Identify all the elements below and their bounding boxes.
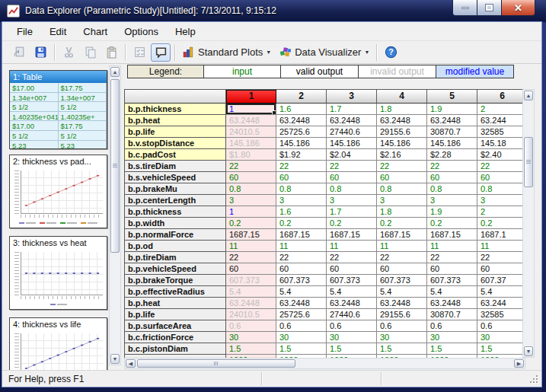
table-scroll-down-icon[interactable]: ▼ <box>524 346 533 356</box>
cell-r22-c5[interactable]: 1.5 <box>427 343 477 355</box>
cell-r2-c4[interactable]: 63.2448 <box>377 115 427 126</box>
cell-r11-c6[interactable]: 0.2 <box>477 218 522 229</box>
cell-r8-c1[interactable]: 0.8 <box>226 183 276 195</box>
maximize-button[interactable] <box>477 0 501 16</box>
cell-r20-c3[interactable]: 0.6 <box>327 320 377 332</box>
cell-r4-c2[interactable]: 145.186 <box>276 138 327 149</box>
cell-r21-c3[interactable]: 30 <box>327 332 377 343</box>
cell-r2-c1[interactable]: 63.2448 <box>226 115 276 126</box>
cell-r13-c3[interactable]: 11 <box>327 241 377 252</box>
cell-r3-c3[interactable]: 27440.6 <box>327 126 377 138</box>
table-vscroll-thumb[interactable] <box>524 137 533 187</box>
cell-r14-c3[interactable]: 22 <box>327 252 377 263</box>
cell-r1-c3[interactable]: 1.7 <box>327 104 377 115</box>
cell-r9-c3[interactable]: 3 <box>327 195 377 206</box>
menu-help[interactable]: Help <box>167 24 204 40</box>
cell-r2-c3[interactable]: 63.2448 <box>327 115 377 126</box>
cell-r10-c1[interactable]: 1 <box>226 206 276 218</box>
cell-r13-c1[interactable]: 11 <box>226 241 276 252</box>
row-label-b.p.vehicleSpeed[interactable]: b.p.vehicleSpeed <box>125 263 226 275</box>
cell-r16-c3[interactable]: 607.373 <box>327 275 377 286</box>
cell-r7-c3[interactable]: 60 <box>327 172 377 183</box>
thumbnail-1[interactable]: 1: Table$17.00$17.751.34e+0071.34e+0075 … <box>9 70 107 149</box>
cell-r16-c6[interactable]: 607.37 <box>477 275 522 286</box>
cell-r8-c2[interactable]: 0.8 <box>276 183 327 195</box>
save-button[interactable] <box>30 43 50 62</box>
cell-r21-c2[interactable]: 30 <box>276 332 327 343</box>
cell-r4-c6[interactable]: 145.18 <box>477 138 522 149</box>
cell-r3-c5[interactable]: 30870.7 <box>427 126 477 138</box>
row-label-b.p.width[interactable]: b.p.width <box>125 218 226 229</box>
cell-r17-c6[interactable]: 5.4 <box>477 286 522 298</box>
column-header-3[interactable]: 3 <box>327 90 377 104</box>
row-label-b.p.od[interactable]: b.p.od <box>125 241 226 252</box>
sidebar-scroll-up-icon[interactable]: ▲ <box>110 67 120 77</box>
cell-r19-c5[interactable]: 30870.7 <box>427 309 477 320</box>
cell-r16-c5[interactable]: 607.373 <box>427 275 477 286</box>
cell-r7-c5[interactable]: 60 <box>427 172 477 183</box>
cell-r20-c6[interactable]: 0.6 <box>477 320 522 332</box>
cell-r6-c6[interactable]: 22 <box>477 161 522 172</box>
cell-r13-c6[interactable]: 11 <box>477 241 522 252</box>
cell-r4-c3[interactable]: 145.186 <box>327 138 377 149</box>
row-label-b.c.pistonDiam[interactable]: b.c.pistonDiam <box>125 343 226 355</box>
cell-r18-c3[interactable]: 63.2448 <box>327 298 377 309</box>
cell-r9-c1[interactable]: 3 <box>226 195 276 206</box>
cell-r10-c5[interactable]: 1.9 <box>427 206 477 218</box>
data-visualizer-button[interactable]: Data Visualizer▼ <box>276 43 372 62</box>
cell-r15-c2[interactable]: 60 <box>276 263 327 275</box>
cell-r18-c4[interactable]: 63.2448 <box>377 298 427 309</box>
cell-r14-c4[interactable]: 22 <box>377 252 427 263</box>
cell-r18-c1[interactable]: 63.2448 <box>226 298 276 309</box>
cell-r19-c1[interactable]: 24010.5 <box>226 309 276 320</box>
cell-r2-c2[interactable]: 63.2448 <box>276 115 327 126</box>
cell-r20-c4[interactable]: 0.6 <box>377 320 427 332</box>
cell-r13-c5[interactable]: 11 <box>427 241 477 252</box>
menu-options[interactable]: Options <box>116 24 167 40</box>
cell-r5-c5[interactable]: $2.28 <box>427 149 477 161</box>
row-label-b.p.thickness[interactable]: b.p.thickness <box>125 104 226 115</box>
table-vertical-scrollbar[interactable]: ▲ ▼ <box>522 89 535 358</box>
column-header-4[interactable]: 4 <box>377 90 427 104</box>
cell-r8-c4[interactable]: 0.8 <box>377 183 427 195</box>
row-label-b.p.thickness[interactable]: b.p.thickness <box>125 206 226 218</box>
row-label-b.p.life[interactable]: b.p.life <box>125 126 226 138</box>
row-label-b.p.tireDiam[interactable]: b.p.tireDiam <box>125 252 226 263</box>
cell-r21-c4[interactable]: 30 <box>377 332 427 343</box>
cell-r15-c1[interactable]: 60 <box>226 263 276 275</box>
table-horizontal-scrollbar[interactable]: ◀ ▶ <box>124 358 525 369</box>
cell-r13-c2[interactable]: 11 <box>276 241 327 252</box>
cell-r6-c2[interactable]: 22 <box>276 161 327 172</box>
cell-r5-c6[interactable]: $2.40 <box>477 149 522 161</box>
cell-r8-c6[interactable]: 0.8 <box>477 183 522 195</box>
cell-r10-c2[interactable]: 1.6 <box>276 206 327 218</box>
sidebar-scroll-down-icon[interactable]: ▼ <box>110 354 120 364</box>
cell-r20-c2[interactable]: 0.6 <box>276 320 327 332</box>
cell-r9-c5[interactable]: 3 <box>427 195 477 206</box>
cell-r5-c3[interactable]: $2.04 <box>327 149 377 161</box>
table-hscroll-thumb[interactable] <box>137 359 295 368</box>
row-label-b.p.normalForce[interactable]: b.p.normalForce <box>125 229 226 241</box>
cell-r18-c2[interactable]: 63.2448 <box>276 298 327 309</box>
cell-r22-c2[interactable]: 1.5 <box>276 343 327 355</box>
thumbnail-4[interactable]: 4: thickness vs life <box>9 317 107 370</box>
cell-r12-c3[interactable]: 1687.15 <box>327 229 377 241</box>
cell-r13-c4[interactable]: 11 <box>377 241 427 252</box>
table-scroll-right-icon[interactable]: ▶ <box>514 359 524 368</box>
cell-r22-c3[interactable]: 1.5 <box>327 343 377 355</box>
row-label-b.p.effectiveRadius[interactable]: b.p.effectiveRadius <box>125 286 226 298</box>
cell-r10-c4[interactable]: 1.8 <box>377 206 427 218</box>
cell-r7-c4[interactable]: 60 <box>377 172 427 183</box>
column-header-2[interactable]: 2 <box>276 90 327 104</box>
cell-r17-c3[interactable]: 5.4 <box>327 286 377 298</box>
cell-r19-c6[interactable]: 32585 <box>477 309 522 320</box>
cell-r2-c6[interactable]: 63.244 <box>477 115 522 126</box>
cell-r1-c4[interactable]: 1.8 <box>377 104 427 115</box>
cell-r7-c6[interactable]: 60 <box>477 172 522 183</box>
cell-r19-c2[interactable]: 25725.6 <box>276 309 327 320</box>
row-label-b.c.padCost[interactable]: b.c.padCost <box>125 149 226 161</box>
cell-r22-c6[interactable]: 1.5 <box>477 343 522 355</box>
cell-r7-c2[interactable]: 60 <box>276 172 327 183</box>
row-label-b.p.heat[interactable]: b.p.heat <box>125 298 226 309</box>
cell-r22-c4[interactable]: 1.5 <box>377 343 427 355</box>
